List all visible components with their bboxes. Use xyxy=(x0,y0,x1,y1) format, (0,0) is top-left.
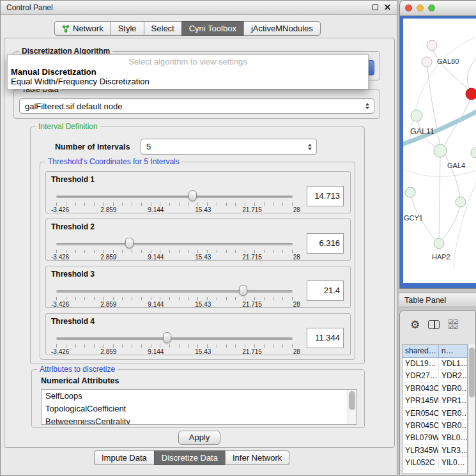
table-cell[interactable]: YDR27… xyxy=(403,370,439,381)
tab-network[interactable]: Network xyxy=(54,21,111,36)
table-row[interactable]: YPR145W YPR1… xyxy=(403,395,467,407)
slider-track[interactable] xyxy=(56,290,293,293)
tab-style[interactable]: Style xyxy=(111,21,144,36)
tab-jactivemnodules[interactable]: jActiveMNodules xyxy=(243,21,321,36)
threshold-1-value-field[interactable]: 14.713 xyxy=(307,186,344,206)
scrollbar-thumb[interactable] xyxy=(469,348,475,397)
table-cell[interactable]: YIL052C xyxy=(403,457,439,468)
close-traffic-light-icon[interactable] xyxy=(405,4,412,12)
dropdown-option-equal-width-frequency[interactable]: Equal Width/Frequency Discretization xyxy=(8,77,368,86)
network-node-selected[interactable] xyxy=(466,88,476,100)
network-node[interactable] xyxy=(434,144,447,157)
network-window-titlebar xyxy=(400,1,476,16)
number-of-intervals-value: 5 xyxy=(146,139,151,154)
network-node[interactable] xyxy=(411,110,422,121)
table-cell[interactable]: YPR1… xyxy=(439,395,467,406)
columns-icon[interactable] xyxy=(428,320,440,329)
table-cell[interactable]: YBR0… xyxy=(439,383,467,394)
table-scrollbar[interactable] xyxy=(468,344,475,474)
network-node[interactable] xyxy=(471,148,476,158)
threshold-1-slider[interactable]: -3.426 2.859 9.144 15.43 21.715 28 xyxy=(56,187,293,214)
network-node[interactable] xyxy=(427,40,437,50)
number-of-intervals-combobox[interactable]: 5 xyxy=(141,139,317,155)
network-node[interactable] xyxy=(456,197,466,207)
list-item[interactable]: SelfLoops xyxy=(42,390,356,403)
tick-label: 28 xyxy=(293,301,300,308)
slider-track[interactable] xyxy=(56,196,293,198)
table-row[interactable]: YBR043C YBR0… xyxy=(403,383,467,395)
apply-button[interactable]: Apply xyxy=(178,431,220,445)
tab-impute-data[interactable]: Impute Data xyxy=(94,450,155,465)
tick-label: 9.144 xyxy=(148,348,164,355)
network-node[interactable] xyxy=(405,187,415,197)
dropdown-option-manual-discretization[interactable]: Manual Discretization xyxy=(8,67,368,77)
slider-track[interactable] xyxy=(56,243,293,245)
slider-thumb[interactable] xyxy=(125,238,134,249)
minimize-traffic-light-icon[interactable] xyxy=(417,4,424,12)
tab-cyni-toolbox[interactable]: Cyni Toolbox xyxy=(181,21,244,36)
table-cell[interactable]: YDL19… xyxy=(403,358,439,369)
list-item[interactable]: TopologicalCoefficient xyxy=(42,403,356,415)
scrollbar-thumb[interactable] xyxy=(349,391,355,410)
zoom-traffic-light-icon[interactable] xyxy=(428,4,435,12)
list-scrollbar[interactable] xyxy=(348,390,356,424)
network-canvas[interactable]: GAL80 GAL11 GAL4 GCY1 HAP2 xyxy=(403,19,476,283)
control-panel-window: Control Panel ✕ Network Style Select Cyn… xyxy=(0,0,397,476)
table-row[interactable]: YBR045C YBR0… xyxy=(403,420,467,432)
slider-ticks xyxy=(56,344,293,348)
minimize-icon[interactable] xyxy=(372,4,378,10)
slider-thumb[interactable] xyxy=(188,190,197,201)
slider-thumb[interactable] xyxy=(163,332,171,343)
node-label-gal11: GAL11 xyxy=(410,127,434,136)
column-header[interactable]: shared… xyxy=(403,345,439,357)
table-cell[interactable]: YDR2… xyxy=(439,370,467,381)
group-label: Interval Definition xyxy=(36,122,100,131)
table-data-group: Table Data galFiltered.sif default node xyxy=(13,89,380,119)
tab-infer-network[interactable]: Infer Network xyxy=(225,450,289,465)
table-cell[interactable]: YDL1… xyxy=(439,358,467,369)
number-of-intervals-label: Number of Intervals xyxy=(55,142,130,151)
table-data-combobox[interactable]: galFiltered.sif default node xyxy=(19,98,374,114)
slider-track[interactable] xyxy=(56,337,293,340)
settings-gear-icon[interactable]: ⚙ xyxy=(410,319,420,330)
threshold-2-value-field[interactable]: 6.316 xyxy=(307,233,344,254)
threshold-4-value-field[interactable]: 11.344 xyxy=(307,328,344,348)
threshold-2-slider[interactable]: -3.426 2.859 9.144 15.43 21.715 28 xyxy=(56,234,293,261)
column-header[interactable]: n… xyxy=(439,345,467,357)
tick-label: 2.859 xyxy=(100,348,116,355)
table-cell[interactable]: YER054C xyxy=(403,408,439,419)
close-icon[interactable]: ✕ xyxy=(384,3,391,12)
table-row[interactable]: YER054C YER0… xyxy=(403,408,467,420)
numerical-attributes-list[interactable]: SelfLoops TopologicalCoefficient Between… xyxy=(41,389,357,425)
threshold-4-slider[interactable]: -3.426 2.859 9.144 15.43 21.715 28 xyxy=(56,329,293,356)
table-row[interactable]: YDR27… YDR2… xyxy=(403,370,467,382)
tab-discretize-data[interactable]: Discretize Data xyxy=(154,450,226,465)
table-cell[interactable]: YBR0… xyxy=(439,420,467,431)
tab-select[interactable]: Select xyxy=(144,21,182,36)
table-cell[interactable]: YLR3… xyxy=(439,445,467,456)
threshold-3-value-field[interactable]: 21.4 xyxy=(307,280,344,301)
table-data-value: galFiltered.sif default node xyxy=(25,99,122,113)
combobox-arrows-icon[interactable] xyxy=(365,103,369,109)
table-cell[interactable]: YLR345W xyxy=(403,445,439,456)
top-tab-strip: Network Style Select Cyni Toolbox jActiv… xyxy=(54,21,321,36)
attributes-group: Attributes to discretize Numerical Attri… xyxy=(31,369,365,428)
network-node[interactable] xyxy=(434,238,444,249)
table-cell[interactable]: YPR145W xyxy=(403,395,439,406)
threshold-3-slider[interactable]: -3.426 2.859 9.144 15.43 21.715 28 xyxy=(56,282,293,309)
table-cell[interactable]: YBL079W xyxy=(403,432,439,443)
table-row[interactable]: YBL079W YBL0… xyxy=(403,432,467,444)
slider-thumb[interactable] xyxy=(239,285,247,296)
network-node[interactable] xyxy=(422,57,432,67)
table-cell[interactable]: YBR043C xyxy=(403,383,439,394)
table-row[interactable]: YIL052C YIL0… xyxy=(403,457,467,469)
table-cell[interactable]: YBR045C xyxy=(403,420,439,431)
table-cell[interactable]: YER0… xyxy=(439,408,467,419)
combobox-arrows-icon[interactable] xyxy=(308,144,312,150)
table-row[interactable]: YDL19… YDL1… xyxy=(403,358,467,370)
list-item[interactable]: BetweennessCentrality xyxy=(42,415,356,425)
select-columns-icon[interactable]: ☑☑ ☑☑ xyxy=(448,319,458,330)
table-cell[interactable]: YBL0… xyxy=(439,432,467,443)
table-cell[interactable]: YIL0… xyxy=(439,457,467,468)
table-row[interactable]: YLR345W YLR3… xyxy=(403,445,467,457)
